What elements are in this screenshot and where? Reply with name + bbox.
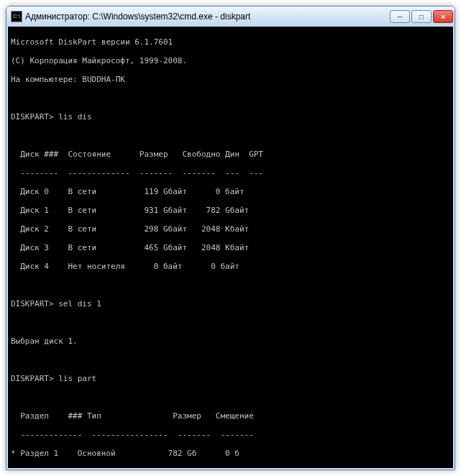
- disk-row: Диск 2 В сети 298 Gбайт 2048 Kбайт: [11, 224, 450, 234]
- console-output[interactable]: Microsoft DiskPart версии 6.1.7601 (C) К…: [6, 27, 455, 470]
- blank-line: [11, 280, 450, 290]
- part-table-header: Раздел ### Тип Размер Смещение: [11, 411, 450, 421]
- blank-line: [11, 355, 450, 365]
- part-row: Раздел 0 Расширенный 148 Gб 782 Gб: [11, 467, 450, 470]
- maximize-button[interactable]: □: [411, 10, 432, 23]
- header-line: На компьютере: BUDDHA-ПК: [11, 75, 450, 84]
- minimize-button[interactable]: ─: [390, 10, 410, 23]
- part-table-sep: ------------- ---------------- ------- -…: [11, 430, 450, 439]
- disk-row: Диск 3 В сети 465 Gбайт 2048 Kбайт: [11, 243, 450, 252]
- titlebar[interactable]: C:\ Администратор: C:\Windows\system32\c…: [6, 6, 455, 27]
- prompt-line: DISKPART> lis part: [11, 374, 450, 383]
- result-line: Выбран диск 1.: [11, 337, 450, 346]
- cmd-icon: C:\: [11, 11, 22, 22]
- header-line: Microsoft DiskPart версии 6.1.7601: [11, 37, 450, 47]
- disk-table-sep: -------- ------------- ------- ------- -…: [11, 168, 450, 178]
- header-line: (C) Корпорация Майкрософт, 1999-2008.: [11, 56, 450, 65]
- blank-line: [11, 93, 450, 103]
- window-title: Администратор: C:\Windows\system32\cmd.e…: [25, 12, 390, 22]
- disk-row: Диск 1 В сети 931 Gбайт 782 Gбайт: [11, 206, 450, 215]
- part-row: * Раздел 1 Основной 782 Gб 0 б: [11, 449, 450, 458]
- disk-table-header: Диск ### Состояние Размер Свободно Дин G…: [11, 150, 450, 159]
- blank-line: [11, 318, 450, 327]
- window-buttons: ─ □ ✕: [390, 10, 453, 23]
- prompt-line: DISKPART> lis dis: [11, 112, 450, 122]
- disk-row: Диск 4 Нет носителя 0 байт 0 байт: [11, 262, 450, 271]
- blank-line: [11, 131, 450, 140]
- disk-row: Диск 0 В сети 119 Gбайт 0 байт: [11, 187, 450, 196]
- prompt-line: DISKPART> sel dis 1: [11, 299, 450, 308]
- cmd-window: C:\ Администратор: C:\Windows\system32\c…: [6, 6, 455, 470]
- blank-line: [11, 393, 450, 402]
- close-button[interactable]: ✕: [433, 10, 453, 23]
